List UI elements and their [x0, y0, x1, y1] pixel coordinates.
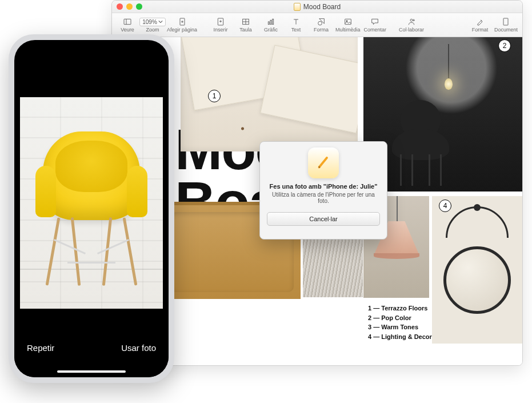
legend-item: 3 — Warm Tones [368, 322, 432, 332]
window-title-text: Mood Board [303, 3, 341, 11]
svg-point-17 [318, 21, 322, 25]
camera-photo-preview[interactable] [20, 97, 163, 309]
comment-button[interactable]: Comentar [363, 15, 388, 34]
shape-icon [315, 17, 327, 27]
iphone-device: Repetir Usar foto [9, 34, 174, 383]
insert-button[interactable]: Inserir [209, 15, 233, 34]
pages-app-icon [308, 147, 339, 178]
add-page-icon [176, 17, 189, 27]
iphone-screen: Repetir Usar foto [14, 40, 169, 377]
media-button[interactable]: Multimèdia [334, 15, 362, 34]
zoom-menu-button[interactable]: 109% Zoom [141, 15, 165, 34]
image-mirror[interactable] [432, 196, 522, 344]
svg-rect-11 [268, 22, 269, 25]
media-icon [342, 17, 354, 27]
svg-rect-23 [503, 18, 508, 25]
yellow-chair-graphic [34, 131, 149, 292]
svg-rect-0 [124, 19, 131, 24]
shape-button[interactable]: Forma [309, 15, 333, 34]
svg-point-19 [346, 21, 347, 22]
view-icon [121, 17, 134, 27]
document-button[interactable]: Document [493, 15, 519, 34]
legend-item: 2 — Pop Color [368, 313, 432, 323]
svg-rect-13 [273, 19, 274, 24]
svg-rect-18 [345, 19, 351, 24]
legend-item: 4 — Lighting & Decor [368, 332, 432, 342]
dark-chair-graphic [381, 100, 461, 186]
add-page-button[interactable]: Afegir pàgina [166, 15, 198, 34]
comment-icon [369, 17, 381, 27]
legend-list: 1 — Terrazzo Floors 2 — Pop Color 3 — Wa… [368, 304, 432, 341]
dialog-title: Fes una foto amb "iPhone de: Julie" [270, 183, 378, 190]
insert-icon [214, 17, 227, 27]
document-settings-icon [499, 17, 512, 27]
svg-point-20 [410, 19, 413, 21]
format-button[interactable]: Format [468, 15, 492, 34]
toolbar: Veure 109% Zoom Afegir pàgina Inserir Ta… [112, 13, 522, 37]
format-icon [474, 17, 486, 27]
chart-button[interactable]: Gràfic [259, 15, 283, 34]
collaborate-icon [405, 17, 418, 27]
legend-item: 1 — Terrazzo Floors [368, 304, 432, 313]
image-terrazzo[interactable] [181, 37, 358, 151]
document-icon [294, 3, 301, 11]
text-icon [290, 17, 302, 27]
chart-icon [265, 17, 277, 27]
use-photo-button[interactable]: Usar foto [121, 343, 156, 353]
camera-bottom-bar: Repetir Usar foto [14, 328, 169, 377]
iphone-notch [54, 40, 129, 54]
retake-button[interactable]: Repetir [27, 343, 54, 353]
dialog-subtitle: Utilitza la càmera de l'iPhone per fer u… [267, 191, 380, 204]
lightbulb-graphic [448, 44, 449, 78]
callout-1: 1 [208, 90, 221, 102]
table-icon [239, 17, 252, 27]
table-button[interactable]: Taula [234, 15, 258, 34]
text-button[interactable]: Text [284, 15, 308, 34]
callout-4: 4 [439, 199, 451, 212]
home-indicator[interactable] [57, 370, 126, 373]
window-title: Mood Board [112, 3, 522, 11]
view-menu-button[interactable]: Veure [115, 15, 139, 34]
collaborate-button[interactable]: Col·laborar [398, 15, 425, 34]
callout-2: 2 [498, 39, 511, 52]
svg-rect-12 [270, 20, 271, 24]
titlebar: Mood Board [112, 1, 522, 13]
continuity-camera-dialog: Fes una foto amb "iPhone de: Julie" Util… [259, 141, 387, 240]
cancel-button[interactable]: Cancel·lar [267, 212, 380, 226]
zoom-value-badge: 109% [146, 17, 159, 27]
